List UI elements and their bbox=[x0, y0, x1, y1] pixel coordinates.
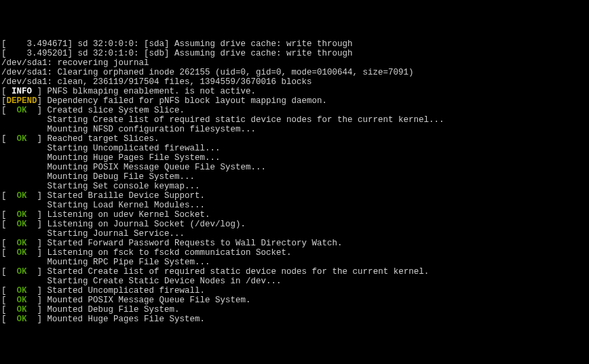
console-line: /dev/sda1: Clearing orphaned inode 26215… bbox=[1, 68, 588, 77]
console-message: Started Create list of required static d… bbox=[48, 267, 430, 277]
console-line: [ 3.495201] sd 32:0:1:0: [sdb] Assuming … bbox=[1, 49, 588, 58]
console-line: [ OK ] Started Braille Device Support. bbox=[1, 191, 588, 201]
console-line: Mounting Huge Pages File System... bbox=[1, 153, 588, 163]
console-message: Listening on fsck to fsckd communication… bbox=[48, 248, 292, 258]
console-line: Starting Uncomplicated firewall... bbox=[1, 144, 588, 153]
console-message: Mounted Debug File System. bbox=[48, 305, 180, 315]
status-ok: OK bbox=[7, 296, 37, 305]
console-line: Mounting NFSD configuration filesystem..… bbox=[1, 125, 588, 134]
console-line: Starting Journal Service... bbox=[1, 229, 588, 239]
console-line: [ INFO ] PNFS blkmaping enablement. is n… bbox=[1, 87, 588, 96]
status-info: INFO bbox=[7, 87, 37, 96]
console-message: Started Forward Password Requests to Wal… bbox=[48, 239, 343, 248]
console-line: Starting Load Kernel Modules... bbox=[1, 201, 588, 210]
console-line: Starting Create list of required static … bbox=[1, 115, 588, 125]
console-message: Started Uncomplicated firewall. bbox=[48, 286, 206, 296]
console-line: [ OK ] Mounted POSIX Message Queue File … bbox=[1, 296, 588, 305]
status-ok: OK bbox=[7, 106, 37, 115]
status-ok: OK bbox=[7, 248, 37, 258]
console-message: Created slice System Slice. bbox=[48, 106, 185, 115]
console-line: Starting Create Static Device Nodes in /… bbox=[1, 277, 588, 286]
status-ok: OK bbox=[7, 134, 37, 144]
console-message: Listening on udev Kernel Socket. bbox=[48, 210, 210, 220]
boot-console: [ 3.494671] sd 32:0:0:0: [sda] Assuming … bbox=[1, 39, 588, 324]
console-line: Mounting RPC Pipe File System... bbox=[1, 258, 588, 267]
status-ok: OK bbox=[7, 286, 37, 296]
status-ok: OK bbox=[7, 267, 37, 277]
console-message: Listening on Journal Socket (/dev/log). bbox=[48, 220, 246, 229]
console-line: /dev/sda1: clean, 236119/917504 files, 1… bbox=[1, 77, 588, 87]
console-message: Reached target Slices. bbox=[48, 134, 159, 144]
console-line: [ 3.494671] sd 32:0:0:0: [sda] Assuming … bbox=[1, 39, 588, 49]
console-line: [ OK ] Started Create list of required s… bbox=[1, 267, 588, 277]
console-line: Starting Set console keymap... bbox=[1, 182, 588, 191]
console-line: [ OK ] Listening on fsck to fsckd commun… bbox=[1, 248, 588, 258]
status-ok: OK bbox=[7, 220, 37, 229]
console-line: [ OK ] Created slice System Slice. bbox=[1, 106, 588, 115]
console-line: [DEPEND] Dependency failed for pNFS bloc… bbox=[1, 96, 588, 106]
status-depend: DEPEND bbox=[7, 96, 37, 106]
console-line: [ OK ] Started Forward Password Requests… bbox=[1, 239, 588, 248]
console-line: [ OK ] Listening on udev Kernel Socket. bbox=[1, 210, 588, 220]
status-ok: OK bbox=[7, 239, 37, 248]
console-line: [ OK ] Mounted Debug File System. bbox=[1, 305, 588, 315]
status-ok: OK bbox=[7, 315, 37, 324]
console-message: PNFS blkmaping enablement. is not active… bbox=[48, 87, 256, 96]
status-ok: OK bbox=[7, 305, 37, 315]
console-line: [ OK ] Mounted Huge Pages File System. bbox=[1, 315, 588, 324]
console-line: Mounting Debug File System... bbox=[1, 172, 588, 182]
status-ok: OK bbox=[7, 210, 37, 220]
console-line: /dev/sda1: recovering journal bbox=[1, 58, 588, 68]
console-message: Dependency failed for pNFS block layout … bbox=[48, 96, 328, 106]
console-line: Mounting POSIX Message Queue File System… bbox=[1, 163, 588, 172]
console-line: [ OK ] Reached target Slices. bbox=[1, 134, 588, 144]
console-line: [ OK ] Listening on Journal Socket (/dev… bbox=[1, 220, 588, 229]
console-line: [ OK ] Started Uncomplicated firewall. bbox=[1, 286, 588, 296]
console-message: Mounted Huge Pages File System. bbox=[48, 315, 206, 324]
console-message: Mounted POSIX Message Queue File System. bbox=[48, 296, 251, 305]
status-ok: OK bbox=[7, 191, 37, 201]
console-message: Started Braille Device Support. bbox=[48, 191, 206, 201]
